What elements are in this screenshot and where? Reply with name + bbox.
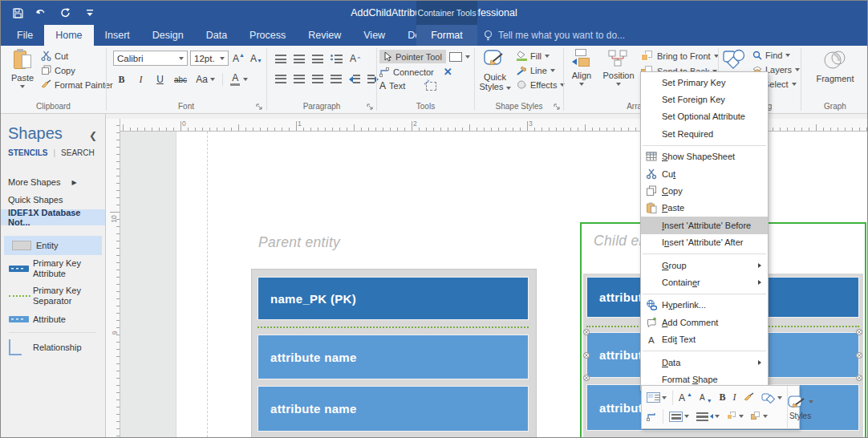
context-menu-item-set-optional-attribute[interactable]: Set Optional Attribute	[641, 108, 768, 125]
font-size-combo[interactable]: 12pt.	[190, 51, 229, 66]
tab-process[interactable]: Process	[238, 25, 297, 46]
tab-format[interactable]: Format	[416, 25, 477, 46]
search-tab[interactable]: SEARCH	[61, 148, 95, 157]
context-menu-item-cut[interactable]: Cut	[641, 165, 768, 182]
parent-attribute-bar[interactable]: attribute name	[258, 386, 529, 432]
paragraph-dialog-launcher[interactable]	[367, 103, 374, 111]
parent-attribute-bar[interactable]: attribute name	[258, 335, 529, 379]
quick-styles-button[interactable]: QuickStyles	[478, 49, 512, 91]
context-menu-item-insert-attribute-before[interactable]: Insert 'Attribute' Before	[641, 217, 768, 233]
mini-send-back-button[interactable]	[749, 408, 769, 424]
shape-text-style-button[interactable]	[645, 390, 668, 406]
underline-button[interactable]: U	[153, 72, 167, 87]
align-top-icon[interactable]	[275, 55, 286, 63]
undo-icon[interactable]	[34, 6, 49, 19]
font-dialog-launcher[interactable]	[256, 103, 263, 111]
customize-qat-icon[interactable]	[83, 6, 97, 19]
parent-entity-title[interactable]: Parent entity	[258, 234, 340, 251]
connection-point-icon[interactable]: ✕	[444, 66, 452, 78]
selection-handle[interactable]	[583, 352, 590, 359]
connector-tool-button[interactable]: Connector	[379, 67, 434, 77]
mini-connector-button[interactable]	[645, 408, 659, 424]
tell-me-box[interactable]: Tell me what you want to do...	[484, 25, 625, 46]
shrink-font-button[interactable]: A▼	[249, 51, 264, 66]
align-right-icon[interactable]	[312, 75, 323, 83]
strikethrough-button[interactable]: abc	[172, 72, 189, 87]
stencil-shape-primary-key-separator[interactable]: Primary Key Separator	[1, 282, 105, 310]
selection-handle[interactable]	[856, 352, 862, 359]
format-painter-button[interactable]: Format Painter	[41, 79, 113, 90]
tab-view[interactable]: View	[352, 25, 396, 46]
mini-align-button[interactable]	[695, 408, 721, 424]
context-menu-item-group[interactable]: Group	[641, 257, 768, 274]
font-family-combo[interactable]: Calibri	[113, 51, 188, 66]
line-button[interactable]: Line	[517, 66, 565, 75]
mini-bold-button[interactable]: B	[718, 390, 728, 406]
align-center-icon[interactable]	[294, 75, 305, 83]
italic-button[interactable]: I	[134, 72, 148, 87]
align-left-icon[interactable]	[275, 75, 286, 83]
selection-handle[interactable]	[856, 375, 862, 381]
more-shapes-button[interactable]: More Shapes▶	[1, 175, 105, 189]
position-button[interactable]: Position	[601, 49, 636, 86]
bullets-icon[interactable]	[331, 55, 343, 63]
selection-handle[interactable]	[583, 375, 590, 381]
stencil-shape-entity[interactable]: Entity	[4, 236, 102, 255]
context-menu-item-copy[interactable]: Copy	[641, 182, 768, 199]
stencil-shape-relationship[interactable]: Relationship	[1, 336, 105, 359]
save-icon[interactable]	[10, 6, 25, 19]
stencil-shape-primary-key-attribute[interactable]: Primary Key Attribute	[1, 255, 105, 282]
pointer-tool-button[interactable]: Pointer Tool	[379, 50, 446, 63]
bold-button[interactable]: B	[115, 72, 128, 87]
mini-styles-button[interactable]: Styles	[787, 386, 813, 428]
mini-change-shape-button[interactable]	[760, 390, 784, 406]
mini-text-align-button[interactable]	[667, 408, 691, 424]
text-tool-button[interactable]: A Text	[379, 80, 405, 91]
find-button[interactable]: Find	[752, 51, 800, 60]
stencil-shape-attribute[interactable]: Attribute	[1, 310, 105, 329]
fill-button[interactable]: Fill	[517, 51, 565, 61]
tab-file[interactable]: File	[6, 25, 44, 46]
context-menu-item-add-comment[interactable]: Add Comment	[641, 314, 768, 331]
decrease-indent-icon[interactable]	[349, 75, 360, 83]
tab-review[interactable]: Review	[297, 25, 352, 46]
cut-button[interactable]: Cut	[41, 51, 113, 61]
fragment-button[interactable]: Fragment	[811, 49, 859, 83]
tab-insert[interactable]: Insert	[94, 25, 141, 46]
collapse-panel-icon[interactable]: ❮	[89, 130, 97, 141]
active-stencil-tab[interactable]: IDEF1X Database Not...	[1, 209, 105, 225]
context-menu-item-set-required[interactable]: Set Required	[641, 125, 768, 142]
effects-button[interactable]: Effects	[517, 80, 565, 90]
context-menu-item-container[interactable]: Container	[641, 274, 768, 290]
context-menu-item-show-shapesheet[interactable]: Show ShapeSheet	[641, 148, 768, 165]
context-menu-item-set-foreign-key[interactable]: Set Foreign Key	[641, 91, 768, 107]
mini-italic-button[interactable]: I	[732, 390, 738, 406]
mini-shrink-font-button[interactable]: A▼	[698, 390, 714, 406]
tab-design[interactable]: Design	[141, 25, 195, 46]
context-menu-item-hyperlink[interactable]: Hyperlink...	[641, 297, 768, 314]
align-middle-icon[interactable]	[294, 55, 305, 63]
context-menu-item-paste[interactable]: Paste	[641, 200, 768, 217]
grow-font-button[interactable]: A▲	[231, 51, 246, 66]
align-button[interactable]: Align	[567, 49, 596, 86]
selection-handle[interactable]	[856, 329, 862, 335]
justify-icon[interactable]	[331, 75, 342, 83]
redo-icon[interactable]	[59, 6, 73, 19]
change-case-button[interactable]: Aa	[194, 72, 217, 87]
context-menu-item-insert-attribute-after[interactable]: Insert 'Attribute' After	[641, 234, 768, 251]
bring-to-front-button[interactable]: Bring to Front	[641, 51, 719, 62]
stencils-tab[interactable]: STENCILS	[8, 148, 47, 157]
copy-button[interactable]: Copy	[41, 65, 113, 75]
mini-bring-front-button[interactable]	[725, 408, 745, 424]
font-color-button[interactable]: A	[229, 72, 249, 87]
rectangle-tool-button[interactable]	[449, 52, 470, 62]
context-menu-item-edit-text[interactable]: AEdit Text	[641, 331, 768, 347]
context-menu-item-data[interactable]: Data	[641, 354, 768, 371]
parent-pk-bar[interactable]: name_PK (PK)	[258, 277, 529, 320]
mini-grow-font-button[interactable]: A▲	[677, 390, 694, 406]
shape-styles-dialog-launcher[interactable]	[554, 103, 561, 111]
tab-home[interactable]: Home	[44, 25, 93, 46]
context-menu-item-set-primary-key[interactable]: Set Primary Key	[641, 74, 768, 91]
paste-button[interactable]: Paste	[7, 49, 38, 88]
mini-format-painter-button[interactable]	[742, 390, 756, 406]
